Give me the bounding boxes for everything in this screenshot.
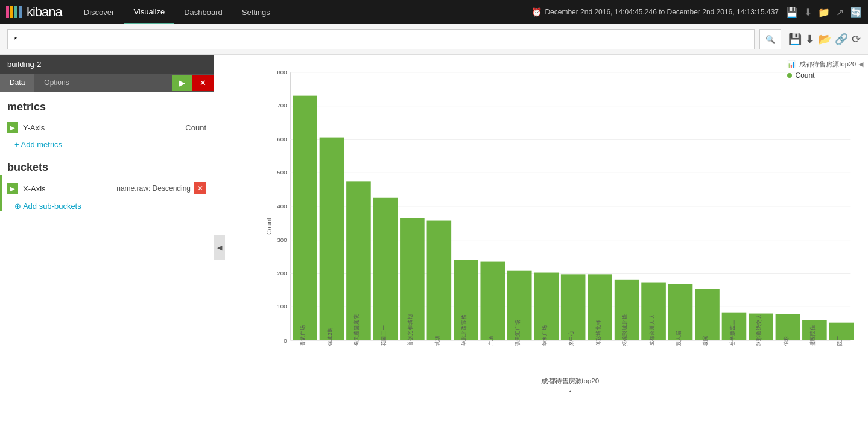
xlabel-18: 伯彩 (783, 336, 789, 346)
xlabel-6: 华北北路宸格 (461, 314, 467, 346)
xlabel-9: 华水广场 (542, 325, 548, 346)
save-icon[interactable]: 💾 (786, 7, 798, 18)
xlabel-16: 岳半敷监三 (729, 319, 735, 346)
nav-right: ⏰ December 2nd 2016, 14:04:45.246 to Dec… (531, 7, 862, 18)
nav-dashboard[interactable]: Dashboard (174, 0, 232, 24)
clock-icon: ⏰ (531, 7, 542, 17)
download-icon[interactable]: ⬇ (804, 7, 812, 18)
open-search-icon[interactable]: 📂 (818, 33, 831, 46)
xlabel-1: 锦城2期 (327, 327, 333, 346)
x-axis-toggle: ▶ (7, 183, 18, 194)
bar-7[interactable] (480, 262, 505, 340)
save-search-icon[interactable]: 💾 (788, 33, 802, 46)
chart-container: Count 0 100 200 300 400 (225, 55, 868, 440)
download-search-icon[interactable]: ⬇ (805, 33, 814, 46)
collapse-sidebar-button[interactable]: ◀ (214, 235, 225, 260)
x-axis-value: name.raw: Descending (116, 184, 191, 193)
chart-area: ◀ 📊 成都待售房源top20 ◀ Count Count (214, 55, 868, 440)
x-axis-item[interactable]: ▶ X-Axis name.raw: Descending ✕ (0, 179, 214, 198)
x-toggle-arrow-icon: ▶ (10, 185, 15, 192)
y-axis-value: Count (185, 123, 206, 132)
y-axis-item[interactable]: ▶ Y-Axis Count (0, 118, 214, 136)
auto-refresh-icon[interactable]: ⟳ (852, 33, 861, 46)
close-button[interactable]: ✕ (192, 75, 214, 91)
search-actions: 💾 ⬇ 📂 🔗 ⟳ (788, 33, 861, 46)
xlabel-8: 璞天汇广场 (515, 319, 521, 346)
bar-0[interactable] (293, 96, 317, 340)
share-icon[interactable]: ↗ (836, 7, 844, 18)
chart-up-arrow[interactable]: ▲ (566, 387, 574, 392)
xlabel-13: 成都台州人大 (648, 314, 654, 346)
search-bar: 🔍 💾 ⬇ 📂 🔗 ⟳ (0, 24, 868, 55)
xlabel-2: 蜀天麓园庭院 (353, 314, 360, 346)
add-metrics-container: + Add metrics (0, 136, 214, 153)
ytick-200: 200 (277, 270, 287, 276)
sidebar-header: building-2 (0, 55, 214, 74)
main-layout: building-2 Data Options ▶ ✕ metrics ▶ Y-… (0, 55, 868, 440)
bar-chart: Count 0 100 200 300 400 (261, 61, 856, 392)
sidebar-tabs: Data Options ▶ ✕ (0, 74, 214, 92)
search-icon: 🔍 (765, 35, 776, 44)
ytick-500: 500 (277, 169, 287, 176)
xlabel-20: 院厂 (837, 336, 843, 346)
ytick-600: 600 (277, 136, 287, 142)
nav-settings[interactable]: Settings (232, 0, 280, 24)
topnav: kibana Discover Visualize Dashboard Sett… (0, 0, 868, 24)
ytick-0: 0 (284, 337, 287, 344)
tab-actions: ▶ ✕ (172, 75, 214, 91)
xlabel-0: 青龙广场 (300, 325, 306, 346)
xlabel-7: 广场 (488, 336, 494, 346)
xlabel-12: 拓锦彩城北锋 (622, 314, 628, 346)
time-display: ⏰ December 2nd 2016, 14:04:45.246 to Dec… (531, 7, 779, 17)
add-sub-buckets-button[interactable]: ⊕ Add sub-buckets (7, 198, 89, 214)
xlabel-10: 来中心 (568, 330, 574, 346)
ytick-400: 400 (277, 203, 287, 209)
y-axis-toggle: ▶ (7, 122, 18, 133)
bar-1[interactable] (320, 138, 344, 340)
xlabel-19: 璧医院佳 (809, 325, 816, 346)
sidebar: building-2 Data Options ▶ ✕ metrics ▶ Y-… (0, 55, 214, 440)
y-axis-label: Y-Axis (23, 123, 185, 132)
x-axis-label: X-Axis (23, 184, 116, 193)
refresh-icon[interactable]: 🔄 (850, 7, 862, 18)
buckets-title: buckets (0, 153, 214, 179)
add-metrics-button[interactable]: + Add metrics (7, 136, 69, 153)
bar-5[interactable] (427, 221, 452, 340)
logo-bars (6, 6, 22, 18)
kibana-wordmark: kibana (27, 4, 62, 20)
xlabel-17: 路彩敷绕交大 (756, 314, 762, 346)
xlabel-4: 普创光和城期 (407, 314, 413, 346)
search-button[interactable]: 🔍 (759, 29, 781, 49)
nav-visualize[interactable]: Visualize (124, 0, 174, 24)
sidebar-title: building-2 (7, 60, 41, 69)
bar-3[interactable] (373, 198, 398, 340)
toggle-arrow-icon: ▶ (10, 124, 15, 131)
search-input[interactable] (7, 29, 755, 49)
run-button[interactable]: ▶ (172, 75, 192, 91)
metrics-title: metrics (0, 92, 214, 118)
kibana-logo: kibana (6, 4, 62, 20)
xlabel-3: 花园二一 (381, 325, 387, 346)
xlabel-11: 傅彩城北锋 (595, 319, 601, 346)
time-range-text: December 2nd 2016, 14:04:45.246 to Decem… (545, 8, 779, 16)
folder-icon[interactable]: 📁 (818, 7, 830, 18)
xlabel-15: 璇院 (702, 336, 708, 346)
xlabel-5: 城期 (434, 336, 440, 347)
ytick-800: 800 (277, 69, 287, 75)
ytick-300: 300 (277, 237, 287, 243)
tab-data[interactable]: Data (0, 74, 34, 92)
add-sub-container: ⊕ Add sub-buckets (0, 198, 214, 214)
x-axis-remove-button[interactable]: ✕ (194, 182, 206, 194)
chart-x-title: 成都待售房源top20 (541, 377, 599, 384)
y-axis-label-text: Count (265, 218, 273, 235)
bar-15[interactable] (695, 289, 720, 340)
nav-icons: 💾 ⬇ 📁 ↗ 🔄 (786, 7, 862, 18)
nav-discover[interactable]: Discover (74, 0, 124, 24)
sidebar-accent-bar (0, 175, 2, 211)
xlabel-14: 观人居 (676, 330, 682, 346)
tab-options[interactable]: Options (34, 74, 78, 92)
share-search-icon[interactable]: 🔗 (835, 33, 848, 46)
ytick-100: 100 (277, 303, 287, 310)
ytick-700: 700 (277, 103, 287, 109)
